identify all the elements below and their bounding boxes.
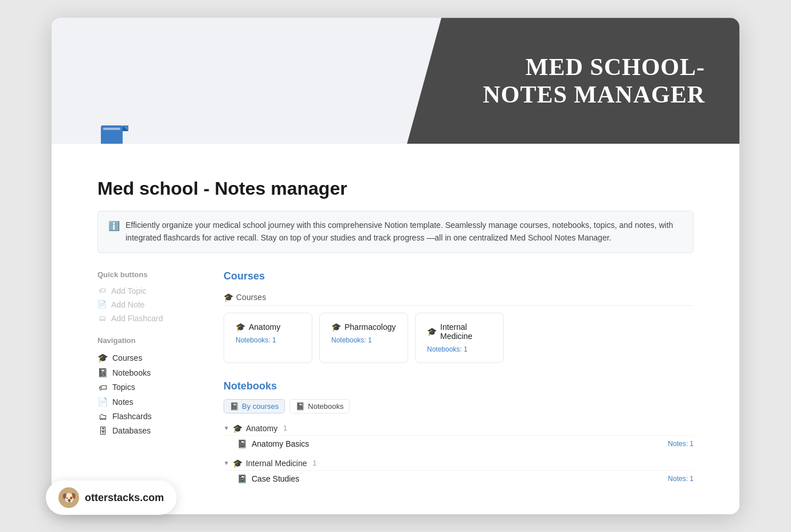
svg-rect-1: [103, 128, 120, 130]
notebooks-tab-icon: 📓: [296, 402, 305, 411]
course-card-pharmacology[interactable]: 🎓 Pharmacology Notebooks: 1: [319, 313, 408, 363]
notebook-group-internal-medicine-header[interactable]: ▼ 🎓 Internal Medicine 1: [224, 456, 694, 470]
info-text: Efficiently organize your medical school…: [126, 219, 683, 244]
chevron-down-icon-2: ▼: [224, 460, 229, 466]
add-note-button[interactable]: 📄 Add Note: [97, 298, 201, 311]
document-icon: [97, 124, 132, 144]
courses-icon: 🎓: [97, 353, 108, 363]
app-frame: MED SCHOOL- NOTES MANAGER Med school - N…: [52, 18, 739, 514]
notebook-row-anatomy-basics[interactable]: 📓 Anatomy Basics Notes: 1: [224, 435, 694, 452]
notebooks-section-header: Notebooks: [224, 380, 694, 392]
quick-buttons-label: Quick buttons: [97, 270, 201, 279]
internal-medicine-group-icon: 🎓: [233, 459, 242, 468]
by-courses-tab-icon: 📓: [230, 402, 239, 411]
notebook-group-internal-medicine: ▼ 🎓 Internal Medicine 1 📓 Case Studies N…: [224, 456, 694, 487]
chevron-down-icon: ▼: [224, 425, 229, 431]
right-content: Courses 🎓 Courses 🎓 Anatomy Notebooks: 1: [224, 270, 694, 491]
tab-notebooks[interactable]: 📓 Notebooks: [289, 399, 350, 413]
watermark-emoji: 🐶: [62, 491, 76, 505]
flashcards-icon: 🗂: [97, 412, 108, 421]
sidebar-item-notes[interactable]: 📄 Notes: [97, 395, 201, 409]
header-title: MED SCHOOL- NOTES MANAGER: [483, 53, 705, 109]
note-icon: 📄: [97, 300, 107, 309]
notebook-case-studies-meta: Notes: 1: [668, 475, 694, 483]
anatomy-icon: 🎓: [236, 322, 245, 332]
main-content: Med school - Notes manager ℹ️ Efficientl…: [52, 144, 739, 514]
watermark-badge: 🐶 otterstacks.com: [46, 480, 177, 515]
sidebar: Quick buttons 🏷 Add Topic 📄 Add Note 🗂 A…: [97, 270, 201, 491]
tab-by-courses[interactable]: 📓 By courses: [224, 399, 285, 413]
navigation-section: Navigation 🎓 Courses 📓 Notebooks 🏷 Topic…: [97, 336, 201, 438]
pharmacology-icon: 🎓: [331, 322, 341, 332]
databases-icon: 🗄: [97, 426, 108, 436]
course-card-internal-medicine[interactable]: 🎓 Internal Medicine Notebooks: 1: [415, 313, 504, 363]
topics-icon: 🏷: [97, 383, 108, 392]
anatomy-group-icon: 🎓: [233, 424, 242, 433]
course-card-internal-medicine-meta: Notebooks: 1: [427, 345, 492, 353]
courses-section-header: Courses: [224, 270, 694, 282]
notebooks-tabs: 📓 By courses 📓 Notebooks: [224, 399, 694, 413]
sidebar-item-notebooks[interactable]: 📓 Notebooks: [97, 365, 201, 380]
courses-cards: 🎓 Anatomy Notebooks: 1 🎓 Pharmacology No…: [224, 313, 694, 363]
header-dark-panel: MED SCHOOL- NOTES MANAGER: [407, 18, 739, 144]
watermark-logo: 🐶: [58, 487, 79, 508]
notebook-anatomy-basics-name: Anatomy Basics: [252, 439, 668, 448]
page-icon-area: [97, 124, 132, 144]
course-card-anatomy[interactable]: 🎓 Anatomy Notebooks: 1: [224, 313, 312, 363]
sidebar-item-flashcards[interactable]: 🗂 Flashcards: [97, 409, 201, 424]
courses-table-icon: 🎓: [224, 293, 233, 302]
notebook-row-case-studies[interactable]: 📓 Case Studies Notes: 1: [224, 470, 694, 487]
flashcard-icon: 🗂: [97, 314, 107, 322]
course-card-pharmacology-meta: Notebooks: 1: [331, 336, 396, 344]
header-area: MED SCHOOL- NOTES MANAGER: [52, 18, 739, 144]
sidebar-item-courses[interactable]: 🎓 Courses: [97, 350, 201, 365]
course-card-anatomy-meta: Notebooks: 1: [236, 336, 300, 344]
sidebar-item-topics[interactable]: 🏷 Topics: [97, 380, 201, 395]
notes-icon: 📄: [97, 397, 108, 407]
notebook-icon: 📓: [237, 439, 247, 448]
notebook-icon-2: 📓: [237, 474, 247, 483]
info-icon: ℹ️: [108, 220, 120, 231]
two-column-layout: Quick buttons 🏷 Add Topic 📄 Add Note 🗂 A…: [97, 270, 694, 491]
notebook-case-studies-name: Case Studies: [252, 474, 668, 483]
tag-icon: 🏷: [97, 286, 107, 295]
internal-medicine-icon: 🎓: [427, 327, 437, 336]
page-title: Med school - Notes manager: [97, 178, 694, 199]
navigation-label: Navigation: [97, 336, 201, 345]
courses-table-label: 🎓 Courses: [224, 293, 266, 302]
notebook-group-anatomy: ▼ 🎓 Anatomy 1 📓 Anatomy Basics Notes: 1: [224, 421, 694, 452]
notebook-group-anatomy-header[interactable]: ▼ 🎓 Anatomy 1: [224, 421, 694, 435]
course-card-internal-medicine-name: 🎓 Internal Medicine: [427, 322, 492, 341]
courses-table-header: 🎓 Courses: [224, 289, 694, 306]
notebooks-icon: 📓: [97, 368, 108, 378]
course-card-anatomy-name: 🎓 Anatomy: [236, 322, 300, 332]
sidebar-item-databases[interactable]: 🗄 Databases: [97, 424, 201, 438]
watermark-text: otterstacks.com: [85, 492, 164, 504]
add-flashcard-button[interactable]: 🗂 Add Flashcard: [97, 312, 201, 325]
notebook-anatomy-basics-meta: Notes: 1: [668, 440, 694, 448]
add-topic-button[interactable]: 🏷 Add Topic: [97, 285, 201, 297]
info-box: ℹ️ Efficiently organize your medical sch…: [97, 211, 694, 253]
course-card-pharmacology-name: 🎓 Pharmacology: [331, 322, 396, 332]
